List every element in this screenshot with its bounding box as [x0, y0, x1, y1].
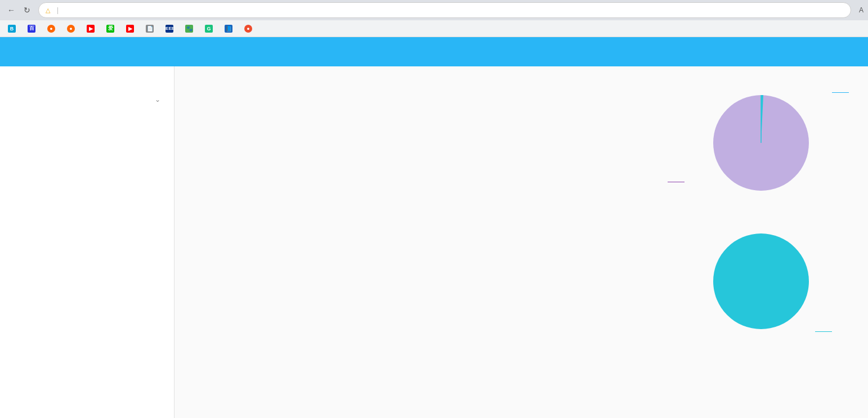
- traffic-out-line: [668, 182, 684, 182]
- youtube-icon: ▶: [87, 25, 95, 33]
- ieee-icon: IEEE: [165, 25, 173, 33]
- tcp-label-container: [815, 331, 834, 332]
- network-traffic-chart: [705, 87, 817, 199]
- bookmark-scihub[interactable]: 🐾: [182, 24, 198, 34]
- ngrok-icon: 📄: [146, 25, 154, 33]
- sidebar-item-overview[interactable]: [0, 75, 174, 89]
- course-icon: 📘: [225, 25, 232, 33]
- scihub-icon: 🐾: [185, 25, 193, 33]
- proxies-pie: [705, 225, 817, 338]
- svg-point-2: [713, 233, 809, 329]
- baidu-icon: 百: [28, 25, 35, 33]
- sidebar-item-proxies[interactable]: ⌄: [0, 89, 174, 110]
- blog-back-icon: ●: [67, 25, 75, 33]
- blog-front-icon: ●: [47, 25, 55, 33]
- browser-right-controls: A: [856, 6, 863, 14]
- nav-buttons: ← ↻: [5, 3, 34, 17]
- traffic-out-label-container: [665, 182, 684, 182]
- address-bar[interactable]: △ |: [38, 2, 851, 18]
- bookmarks-bar: B 百 ● ● ▶ 爱 ▶ 📄: [0, 20, 868, 37]
- proxies-pie-container: [705, 225, 817, 338]
- torch-icon: ●: [244, 25, 252, 33]
- bookmark-ngrok[interactable]: 📄: [142, 24, 159, 34]
- extensions-button[interactable]: A: [859, 6, 863, 14]
- iqiyi-icon: 爱: [106, 25, 114, 33]
- bookmark-algorithms[interactable]: ▶: [123, 24, 139, 34]
- bookmark-course[interactable]: 📘: [221, 24, 238, 34]
- refresh-button[interactable]: ↻: [20, 3, 34, 17]
- traffic-in-line: [832, 92, 849, 93]
- app-header: [0, 37, 868, 66]
- tcp-line: [815, 331, 832, 332]
- network-traffic-pie: [705, 87, 817, 199]
- bookmark-torch[interactable]: ●: [241, 24, 257, 34]
- main-content: [175, 66, 654, 418]
- bookmark-blog-back[interactable]: ●: [64, 24, 80, 34]
- network-traffic-section: [671, 78, 851, 199]
- traffic-in-label-container: [832, 92, 851, 93]
- sidebar-item-help[interactable]: [0, 110, 174, 124]
- chevron-down-icon: ⌄: [155, 96, 160, 104]
- bilibili-icon: B: [8, 25, 16, 33]
- bookmark-bilibili[interactable]: B: [5, 24, 21, 34]
- back-button[interactable]: ←: [5, 3, 18, 17]
- right-panel: [654, 66, 868, 418]
- bookmark-chatgpt[interactable]: G: [202, 24, 218, 34]
- bookmark-ieee[interactable]: IEEE: [162, 24, 178, 34]
- bookmark-iqiyi[interactable]: 爱: [103, 24, 119, 34]
- algorithms-icon: ▶: [126, 25, 134, 33]
- chatgpt-icon: G: [205, 25, 213, 33]
- bookmark-baidu[interactable]: 百: [24, 24, 41, 34]
- app-body: ⌄: [0, 66, 868, 418]
- bookmark-blog-front[interactable]: ●: [44, 24, 60, 34]
- sidebar: ⌄: [0, 66, 175, 418]
- proxies-chart-section: [671, 216, 851, 338]
- security-warning-icon: △: [46, 7, 50, 14]
- bookmark-youtube[interactable]: ▶: [83, 24, 100, 34]
